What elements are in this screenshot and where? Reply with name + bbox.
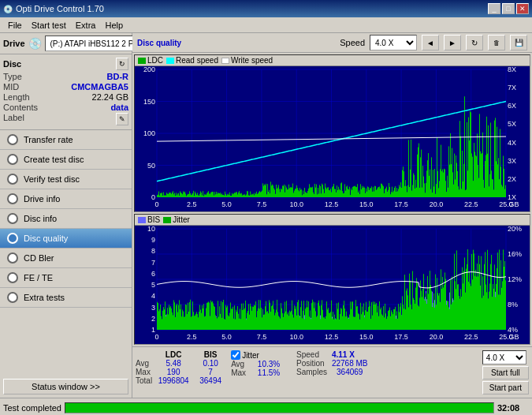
title-bar-controls: _ □ ✕ [488, 3, 529, 14]
chart2-canvas-area [135, 226, 530, 344]
maximize-button[interactable]: □ [502, 3, 515, 14]
disc-contents-label: Contents [3, 103, 38, 112]
stats-header-bis: BIS [195, 350, 226, 359]
nav-label-fete: FE / TE [24, 273, 53, 282]
speed-info-label: Speed [296, 350, 327, 359]
nav-icon-create [6, 153, 19, 166]
nav-disc-quality[interactable]: Disc quality [0, 229, 132, 249]
nav-cd-bler[interactable]: CD Bler [0, 249, 132, 268]
drive-section: Drive 💿 (P:) ATAPI iHBS112 2 PL06 ▲ [0, 33, 132, 54]
chart1-title: LDC Read speed Write speed [135, 55, 530, 66]
status-window-button[interactable]: Status window >> [3, 379, 128, 394]
jitter-color [163, 217, 171, 223]
progress-bar [65, 402, 494, 413]
menu-file[interactable]: File [3, 19, 27, 32]
status-text: Test completed [3, 403, 61, 413]
chart1-container: LDC Read speed Write speed [134, 54, 530, 212]
nav-label-disc: Disc info [24, 214, 57, 223]
stats-row: LDC BIS Avg 5.48 0.10 Max 190 7 Total 19… [136, 349, 529, 396]
nav-icon-bler [6, 252, 19, 264]
stats-avg-bis: 0.10 [195, 359, 226, 368]
nav-icon-disc [6, 212, 19, 225]
menu-extra[interactable]: Extra [71, 19, 101, 32]
disc-label-label: Label [3, 113, 24, 125]
speed-prev-button[interactable]: ◄ [422, 35, 439, 50]
chart1-legend-ldc: LDC [138, 56, 163, 65]
nav-transfer-rate[interactable]: Transfer rate [0, 130, 132, 150]
speed-header: Disc quality Speed 4.0 X ◄ ► ↻ 🗑 💾 [132, 33, 532, 53]
chart2-container: BIS Jitter [134, 214, 530, 345]
title-bar: 💿 Opti Drive Control 1.70 _ □ ✕ [0, 0, 532, 17]
close-button[interactable]: ✕ [516, 3, 529, 14]
minimize-button[interactable]: _ [488, 3, 500, 14]
disc-section-title: Disc [3, 59, 21, 69]
chart1-canvas-area [135, 66, 530, 211]
bis-color [138, 217, 146, 223]
speed-save-button[interactable]: 💾 [510, 35, 527, 50]
nav-icon-drive [6, 193, 19, 205]
time-display: 32:08 [497, 403, 529, 413]
disc-label-button[interactable]: ✎ [116, 113, 128, 125]
disc-mid-label: MID [3, 82, 19, 92]
nav-icon-fete [6, 271, 19, 284]
speed-label: Speed [340, 38, 365, 47]
nav-disc-info[interactable]: Disc info [0, 209, 132, 229]
write-speed-label: Write speed [231, 56, 273, 65]
nav-label-drive: Drive info [24, 194, 60, 204]
title-bar-text: Opti Drive Control 1.70 [16, 4, 104, 13]
start-full-button[interactable]: Start full [482, 366, 529, 379]
start-part-button[interactable]: Start part [482, 381, 529, 394]
chart1-legend-write: Write speed [221, 56, 273, 65]
nav-icon-extra [6, 291, 19, 304]
stats-max-ldc: 190 [155, 368, 192, 376]
stats-header-empty [136, 350, 152, 359]
jitter-table: Jitter Avg 10.3% Max 11.5% [231, 350, 288, 377]
disc-length-value: 22.24 GB [92, 92, 128, 102]
nav-drive-info[interactable]: Drive info [0, 189, 132, 209]
nav-verify-test[interactable]: Verify test disc [0, 170, 132, 189]
nav-create-test[interactable]: Create test disc [0, 150, 132, 170]
nav-extra-tests[interactable]: Extra tests [0, 288, 132, 308]
speed-select-row: 4.0 X [482, 350, 529, 365]
nav-fe-te[interactable]: FE / TE [0, 268, 132, 288]
menu-help[interactable]: Help [100, 19, 128, 32]
disc-header: Disc ↻ [3, 58, 128, 70]
jitter-label-text: Jitter [242, 351, 259, 360]
ldc-color [138, 58, 146, 64]
ldc-label: LDC [147, 56, 163, 65]
stats-table: LDC BIS Avg 5.48 0.10 Max 190 7 Total 19… [136, 350, 226, 385]
nav-label-extra: Extra tests [24, 293, 65, 302]
menu-start-test[interactable]: Start test [27, 19, 71, 32]
disc-contents-value: data [110, 103, 128, 112]
disc-quality-header-title: Disc quality [137, 39, 181, 47]
speed-next-button[interactable]: ► [444, 35, 461, 50]
chart1-canvas [135, 66, 530, 211]
samples-val: 364069 [332, 368, 368, 376]
speed-info-val: 4.11 X [332, 350, 368, 359]
disc-mid-row: MID CMCMAGBA5 [3, 82, 128, 92]
disc-length-row: Length 22.24 GB [3, 92, 128, 102]
drive-label: Drive [3, 39, 25, 48]
title-bar-left: 💿 Opti Drive Control 1.70 [3, 4, 104, 13]
stats-avg-label: Avg [136, 359, 152, 368]
disc-type-row: Type BD-R [3, 72, 128, 81]
speed-select[interactable]: 4.0 X [370, 35, 417, 50]
charts-area: LDC Read speed Write speed [132, 53, 532, 346]
test-speed-select[interactable]: 4.0 X [482, 350, 526, 365]
speed-erase-button[interactable]: 🗑 [488, 35, 505, 50]
disc-contents-row: Contents data [3, 103, 128, 112]
disc-refresh-button[interactable]: ↻ [116, 58, 128, 70]
nav-list: Transfer rate Create test disc Verify te… [0, 130, 132, 376]
stats-avg-ldc: 5.48 [155, 359, 192, 368]
jitter-label: Jitter [173, 215, 190, 224]
jitter-checkbox[interactable] [231, 350, 240, 360]
nav-icon-transfer [6, 133, 19, 146]
stats-max-bis: 7 [195, 368, 226, 376]
chart2-legend-jitter: Jitter [163, 215, 190, 224]
nav-label-verify: Verify test disc [24, 174, 80, 184]
speed-refresh-button[interactable]: ↻ [466, 35, 483, 50]
disc-type-label: Type [3, 72, 22, 81]
jitter-max-val: 11.5% [249, 368, 288, 377]
nav-label-quality: Disc quality [24, 234, 68, 243]
jitter-check-row: Jitter [231, 350, 288, 360]
